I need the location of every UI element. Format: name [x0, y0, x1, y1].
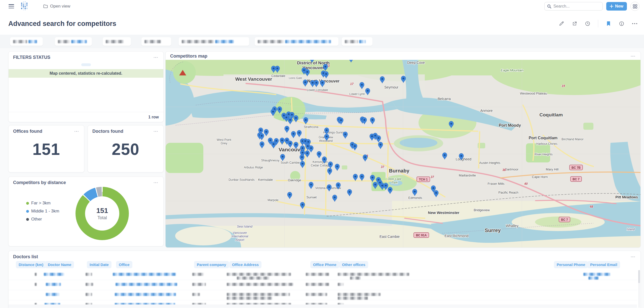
filter-pill-4[interactable]: [141, 37, 171, 46]
redacted-text: [345, 40, 358, 43]
clock-icon[interactable]: [585, 21, 590, 26]
highway-shield: TCH 1: [417, 177, 430, 182]
redacted-text: [13, 40, 27, 43]
route-number-label: 17: [350, 82, 354, 86]
more-options-icon[interactable]: [632, 21, 637, 26]
filter-pill-6[interactable]: [255, 37, 338, 46]
folder-icon: [43, 4, 48, 8]
column-header-initial-date[interactable]: Initial Date: [87, 261, 111, 268]
svg-text:TCH 1: TCH 1: [419, 178, 428, 181]
map-place-label: Lower Lonsdale: [307, 88, 328, 92]
new-button[interactable]: New: [606, 2, 627, 11]
legend-item[interactable]: Middle 1 - 3km: [26, 209, 59, 214]
toolbar-divider: [598, 20, 598, 27]
svg-text:BC 91A: BC 91A: [416, 234, 427, 237]
page-title: Advanced search for competitors: [8, 20, 116, 28]
redacted-cell: [35, 273, 37, 276]
hamburger-menu-icon[interactable]: [9, 4, 14, 8]
column-header-office-address[interactable]: Office Address: [229, 261, 261, 268]
svg-text:BC 7: BC 7: [561, 218, 568, 222]
breadcrumb-label: Open view: [50, 4, 70, 9]
column-header-personal-phone[interactable]: Personal Phone: [554, 261, 588, 268]
map-place-label: Pitt Meadows: [615, 195, 638, 199]
highway-shield: BC 91A: [414, 233, 429, 238]
map-place-label: South Cambie: [281, 161, 300, 164]
card-menu-icon[interactable]: [73, 130, 80, 133]
legend-item[interactable]: Far > 3km: [26, 201, 59, 206]
table-vertical-scrollbar[interactable]: [638, 270, 640, 308]
map-place-label: Fraser Mills: [487, 182, 505, 186]
map-place-label: Lougheed: [456, 157, 471, 161]
column-header-parent-company[interactable]: Parent company: [194, 261, 229, 268]
card-offices-found: Offices found 151: [8, 125, 84, 172]
card-title: Competitors map: [170, 54, 207, 59]
map-place-label: Strathcona: [304, 125, 318, 129]
status-banner: Map centered, statistics re-calculated.: [9, 69, 163, 78]
map-place-label: Whalley: [506, 224, 518, 228]
filter-pill-2[interactable]: [55, 37, 92, 46]
card-menu-icon[interactable]: [630, 55, 636, 58]
donut-chart[interactable]: 151 Total: [75, 187, 129, 240]
apps-button[interactable]: [630, 2, 639, 11]
edit-pencil-icon[interactable]: [559, 21, 564, 26]
map-place-label: Coquitlam: [540, 112, 563, 117]
map-place-label: Seymour: [384, 85, 398, 89]
app-logo[interactable]: [20, 1, 29, 11]
route-number-label: 37: [431, 175, 434, 179]
legend-label: Middle 1 - 3km: [31, 209, 59, 214]
map-place-label: Cedardale: [271, 74, 285, 78]
card-competitors-by-distance: Competitors by distance Far > 3kmMiddle …: [8, 177, 164, 246]
filter-bar: [0, 35, 644, 48]
redacted-cell: [86, 283, 93, 286]
map-place-label: Eagle Mountain: [501, 68, 523, 72]
column-header-doctor-name[interactable]: Doctor Name: [45, 261, 74, 268]
redacted-text: [144, 40, 161, 43]
column-header-other-offices[interactable]: Other offices: [339, 261, 368, 268]
map-place-label: Harbour Chines: [536, 142, 557, 146]
card-doctors-list: Doctors list Distance (km)Doctor NameIni…: [8, 251, 641, 308]
card-menu-icon[interactable]: [153, 130, 159, 133]
map-place-label: Deep Cove: [407, 61, 425, 65]
bookmark-icon[interactable]: [606, 21, 611, 26]
redacted-cell: [44, 273, 64, 276]
column-header-office-phone[interactable]: Office Phone: [310, 261, 339, 268]
map-place-label: Marpole: [268, 198, 279, 202]
redacted-cell: [306, 293, 327, 296]
map-place-label: Port Coquitlam: [529, 136, 558, 140]
card-menu-icon[interactable]: [153, 181, 159, 184]
filter-pill-3[interactable]: [103, 37, 131, 46]
filter-pill-7[interactable]: [342, 37, 372, 46]
filter-pill-1[interactable]: [10, 37, 43, 46]
breadcrumb[interactable]: Open view: [43, 4, 70, 9]
table-row[interactable]: [9, 290, 637, 300]
card-filters-status: FILTERS STATUS Map centered, statistics …: [8, 51, 164, 122]
card-menu-icon[interactable]: [630, 255, 636, 258]
legend-label: Other: [31, 217, 42, 222]
table-horizontal-scrollbar[interactable]: [9, 304, 637, 308]
redacted-cell: [46, 293, 59, 296]
table-row[interactable]: [9, 270, 637, 280]
table-row[interactable]: [9, 280, 637, 290]
filter-pill-5[interactable]: [179, 37, 249, 46]
column-header-office[interactable]: Office: [116, 261, 132, 268]
redacted-cell: [588, 277, 599, 280]
new-button-label: New: [615, 4, 623, 9]
redacted-text: [28, 40, 37, 43]
search-input[interactable]: [553, 4, 596, 9]
map-place-label: Cape Horn: [532, 175, 548, 179]
column-header-personal-email[interactable]: Personal Email: [587, 261, 620, 268]
highway-shield: BC 7: [559, 217, 570, 222]
map-place-label: River Heights: [535, 153, 553, 156]
info-icon[interactable]: [619, 21, 624, 26]
card-competitors-map: Competitors map: [165, 51, 641, 248]
map-canvas[interactable]: West VancouverDistrict of NorthVancouver…: [166, 60, 641, 248]
card-menu-icon[interactable]: [153, 56, 159, 59]
share-icon[interactable]: [572, 21, 577, 26]
redacted-text: [106, 40, 124, 43]
search-box[interactable]: [544, 2, 603, 11]
map-place-label: Bridgeview: [474, 208, 490, 212]
map-place-label: Dartmoor: [505, 167, 519, 171]
legend-dot-icon: [26, 218, 29, 221]
column-header-distance-km-[interactable]: Distance (km): [16, 261, 46, 268]
legend-item[interactable]: Other: [26, 217, 59, 222]
